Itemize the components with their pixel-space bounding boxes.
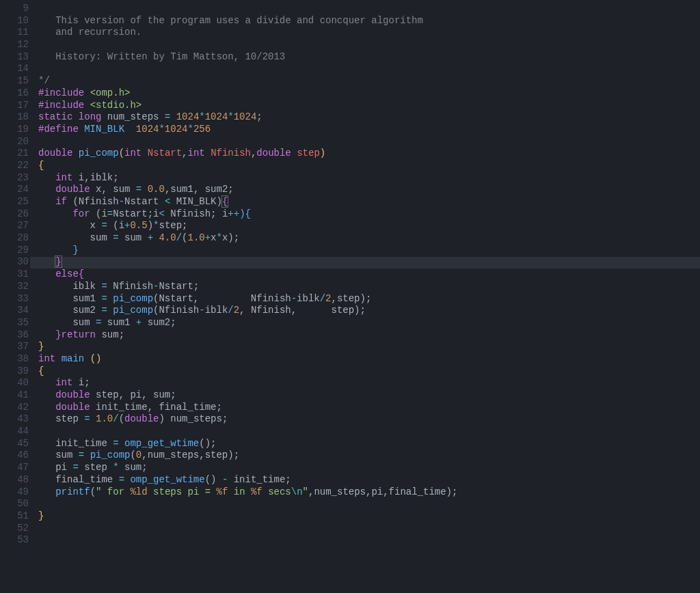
code-token: * bbox=[187, 124, 193, 135]
code-token: ( bbox=[119, 413, 124, 424]
code-token: sum; bbox=[119, 462, 148, 473]
code-token: int bbox=[124, 148, 142, 158]
code-line[interactable]: #include <stdio.h> bbox=[38, 100, 700, 112]
code-token: sum bbox=[38, 317, 96, 328]
code-line[interactable]: } bbox=[38, 341, 700, 353]
code-line[interactable]: printf(" for %ld steps pi = %f in %f sec… bbox=[38, 486, 700, 499]
code-token: / bbox=[228, 305, 233, 316]
code-token: secs bbox=[262, 486, 291, 497]
code-token: 0.5 bbox=[130, 220, 147, 231]
code-token: MIN_BLK bbox=[84, 124, 124, 135]
code-line[interactable] bbox=[38, 534, 700, 547]
code-line[interactable]: */ bbox=[38, 75, 700, 87]
code-line[interactable]: #define MIN_BLK 1024*1024*256 bbox=[38, 124, 700, 136]
code-line[interactable]: final_time = omp_get_wtime() - init_time… bbox=[38, 474, 700, 486]
code-token: / bbox=[113, 413, 118, 424]
line-number: 48 bbox=[0, 474, 29, 486]
code-token: 4.0 bbox=[159, 232, 176, 243]
line-number: 43 bbox=[0, 413, 29, 426]
code-line[interactable]: double step, pi, sum; bbox=[38, 389, 700, 402]
code-line[interactable]: sum1 = pi_comp(Nstart, Nfinish-iblk/2,st… bbox=[38, 293, 700, 305]
code-token: { bbox=[222, 196, 228, 207]
code-token: step; bbox=[159, 220, 187, 231]
code-token: } bbox=[38, 329, 62, 340]
code-line[interactable]: sum2 = pi_comp(Nfinish-iblk/2, Nfinish, … bbox=[38, 305, 700, 317]
code-token: */ bbox=[38, 75, 50, 86]
code-line[interactable]: iblk = Nfinish-Nstart; bbox=[38, 281, 700, 293]
code-line[interactable]: sum = sum1 + sum2; bbox=[38, 317, 700, 329]
code-line[interactable] bbox=[38, 136, 700, 148]
code-area[interactable]: This version of the program uses a divid… bbox=[34, 3, 700, 547]
code-token: ,step); bbox=[332, 293, 372, 304]
code-token: = bbox=[101, 305, 107, 316]
code-line[interactable]: double init_time, final_time; bbox=[38, 402, 700, 414]
code-token: 1.0 bbox=[187, 232, 204, 243]
code-token: static bbox=[38, 111, 72, 122]
code-line[interactable]: { bbox=[38, 160, 700, 172]
code-token: (); bbox=[199, 438, 216, 449]
code-token: sum1 bbox=[101, 317, 135, 328]
code-token: ++ bbox=[228, 208, 239, 219]
code-token bbox=[72, 148, 78, 158]
code-token: + bbox=[136, 317, 142, 328]
line-number: 18 bbox=[0, 111, 29, 124]
code-token: in bbox=[228, 486, 251, 497]
code-line[interactable] bbox=[38, 523, 700, 535]
code-line[interactable] bbox=[38, 63, 700, 75]
code-token: iblk bbox=[297, 293, 320, 304]
code-token: ( bbox=[130, 450, 135, 460]
code-token: = bbox=[84, 413, 90, 424]
code-token bbox=[38, 256, 55, 267]
code-token: (i bbox=[107, 220, 124, 231]
line-number: 52 bbox=[0, 523, 29, 535]
code-token bbox=[55, 353, 61, 364]
code-line[interactable]: }return sum; bbox=[38, 329, 700, 342]
code-token: + bbox=[205, 232, 211, 243]
code-token: MIN_BLK) bbox=[170, 196, 222, 207]
code-line[interactable]: History: Written by Tim Mattson, 10/2013 bbox=[38, 51, 700, 64]
code-line[interactable]: and recurrsion. bbox=[38, 27, 700, 39]
code-token: Nfinish bbox=[211, 148, 251, 158]
line-number: 51 bbox=[0, 510, 29, 523]
code-token bbox=[107, 305, 113, 316]
line-number: 53 bbox=[0, 534, 29, 547]
code-token: ,num_steps,pi,final_time); bbox=[308, 486, 457, 497]
code-line[interactable]: int i,iblk; bbox=[38, 172, 700, 184]
code-editor[interactable]: 9101112131415161718192021222324252627282… bbox=[0, 0, 700, 547]
code-line[interactable]: { bbox=[38, 366, 700, 378]
code-token: * bbox=[199, 111, 204, 122]
code-token: int bbox=[38, 353, 55, 364]
code-line[interactable]: x = (i+0.5)*step; bbox=[38, 220, 700, 232]
code-line[interactable]: } bbox=[38, 510, 700, 523]
code-token: double bbox=[256, 148, 291, 158]
code-line[interactable]: for (i=Nstart;i< Nfinish; i++){ bbox=[38, 208, 700, 221]
code-token: ) bbox=[148, 220, 153, 231]
code-line[interactable] bbox=[38, 3, 700, 15]
code-line[interactable]: double pi_comp(int Nstart,int Nfinish,do… bbox=[38, 148, 700, 160]
code-line[interactable]: This version of the program uses a divid… bbox=[38, 15, 700, 27]
code-token: double bbox=[55, 402, 90, 413]
code-line[interactable]: if (Nfinish-Nstart < MIN_BLK){ bbox=[38, 196, 700, 208]
code-line[interactable]: int main () bbox=[38, 353, 700, 366]
code-line[interactable]: else{ bbox=[38, 268, 700, 281]
code-line[interactable]: #include <omp.h> bbox=[38, 87, 700, 100]
code-line[interactable]: sum = pi_comp(0,num_steps,step); bbox=[38, 450, 700, 462]
code-line[interactable]: static long num_steps = 1024*1024*1024; bbox=[38, 111, 700, 124]
line-number: 28 bbox=[0, 232, 29, 245]
code-token: ( bbox=[119, 148, 124, 158]
code-token: for bbox=[72, 208, 90, 219]
code-line[interactable]: double x, sum = 0.0,sum1, sum2; bbox=[38, 184, 700, 196]
code-line[interactable] bbox=[38, 498, 700, 510]
code-token: sum bbox=[119, 232, 148, 243]
line-number: 9 bbox=[0, 3, 29, 15]
code-line[interactable]: init_time = omp_get_wtime(); bbox=[38, 438, 700, 450]
code-line[interactable]: sum = sum + 4.0/(1.0+x*x); bbox=[38, 232, 700, 245]
code-line[interactable] bbox=[38, 426, 700, 438]
code-line[interactable]: step = 1.0/(double) num_steps; bbox=[38, 413, 700, 426]
code-line[interactable] bbox=[38, 39, 700, 51]
code-line[interactable]: int i; bbox=[38, 377, 700, 389]
code-line[interactable]: } bbox=[38, 245, 700, 257]
code-line[interactable]: pi = step * sum; bbox=[38, 462, 700, 474]
code-token bbox=[38, 184, 55, 195]
code-token: 2 bbox=[325, 293, 331, 304]
